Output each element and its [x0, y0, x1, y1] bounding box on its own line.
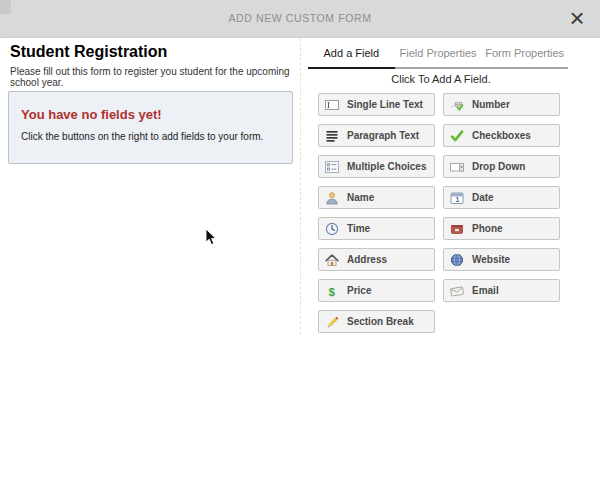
field-button-label: Website [472, 254, 510, 265]
multiple-choices-icon [325, 160, 339, 174]
phone-icon [450, 222, 464, 236]
field-button-label: Number [472, 99, 510, 110]
checkboxes-button[interactable]: Checkboxes [443, 124, 560, 147]
field-button-label: Address [347, 254, 387, 265]
paragraph-text-icon [325, 129, 339, 143]
field-button-label: Checkboxes [472, 130, 531, 141]
number-button[interactable]: .00Number [443, 93, 560, 116]
field-button-label: Name [347, 192, 374, 203]
price-button[interactable]: $Price [318, 279, 435, 302]
field-tools-panel: Add a FieldField PropertiesForm Properti… [301, 38, 600, 458]
close-icon[interactable]: × [564, 2, 590, 34]
phone-button[interactable]: Phone [443, 217, 560, 240]
drop-down-icon [450, 160, 464, 174]
number-icon: .00 [450, 98, 464, 112]
name-button[interactable]: Name [318, 186, 435, 209]
field-button-label: Multiple Choices [347, 161, 426, 172]
section-break-icon [325, 315, 339, 329]
modal-header: ADD NEW CUSTOM FORM × [0, 0, 600, 38]
drop-down-button[interactable]: Drop Down [443, 155, 560, 178]
tab-add-a-field[interactable]: Add a Field [308, 44, 395, 69]
address-icon [325, 253, 339, 267]
form-title: Student Registration [10, 43, 167, 61]
multiple-choices-button[interactable]: Multiple Choices [318, 155, 435, 178]
field-buttons-grid: Single Line Text.00NumberParagraph TextC… [318, 93, 560, 333]
address-button[interactable]: Address [318, 248, 435, 271]
tabs: Add a FieldField PropertiesForm Properti… [308, 44, 568, 69]
field-button-label: Phone [472, 223, 503, 234]
section-break-button[interactable]: Section Break [318, 310, 435, 333]
email-button[interactable]: Email [443, 279, 560, 302]
date-icon: 1 [450, 191, 464, 205]
form-preview-panel: Student Registration Please fill out thi… [0, 38, 300, 458]
name-icon [325, 191, 339, 205]
svg-text:1: 1 [455, 196, 459, 203]
single-line-text-icon [325, 98, 339, 112]
field-button-label: Single Line Text [347, 99, 423, 110]
price-icon: $ [325, 284, 339, 298]
field-button-label: Drop Down [472, 161, 525, 172]
time-icon [325, 222, 339, 236]
field-button-label: Time [347, 223, 370, 234]
field-button-label: Paragraph Text [347, 130, 419, 141]
single-line-text-button[interactable]: Single Line Text [318, 93, 435, 116]
time-button[interactable]: Time [318, 217, 435, 240]
field-button-label: Email [472, 285, 499, 296]
email-icon [450, 284, 464, 298]
empty-state-box: You have no fields yet! Click the button… [8, 91, 293, 164]
form-description: Please fill out this form to register yo… [10, 66, 292, 88]
field-button-label: Price [347, 285, 371, 296]
website-button[interactable]: Website [443, 248, 560, 271]
date-button[interactable]: 1Date [443, 186, 560, 209]
paragraph-text-button[interactable]: Paragraph Text [318, 124, 435, 147]
empty-state-heading: You have no fields yet! [21, 107, 292, 122]
svg-text:$: $ [329, 285, 336, 297]
tab-field-properties[interactable]: Field Properties [395, 44, 482, 69]
field-button-label: Section Break [347, 316, 414, 327]
tab-form-properties[interactable]: Form Properties [481, 44, 568, 69]
website-icon [450, 253, 464, 267]
modal-title: ADD NEW CUSTOM FORM [0, 0, 600, 37]
add-field-instruction: Click To Add A Field. [301, 73, 581, 85]
empty-state-message: Click the buttons on the right to add fi… [21, 131, 292, 142]
checkboxes-icon [450, 129, 464, 143]
field-button-label: Date [472, 192, 494, 203]
